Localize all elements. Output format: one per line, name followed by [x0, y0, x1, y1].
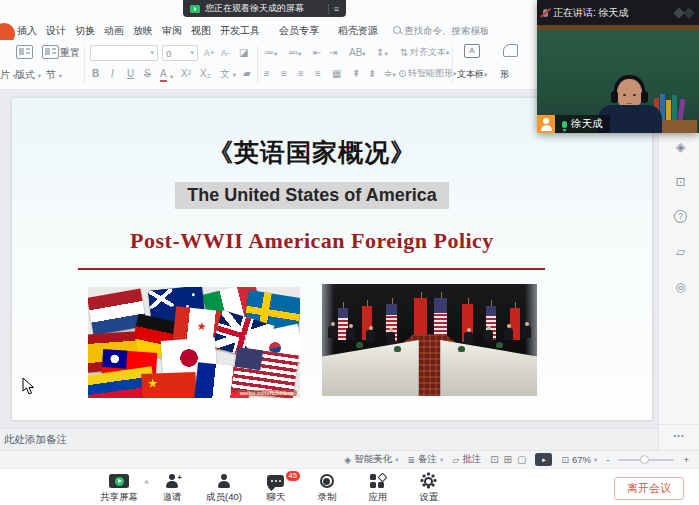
menu-review[interactable]: 审阅 — [162, 24, 182, 38]
menu-transition[interactable]: 切换 — [75, 24, 95, 38]
photo-person — [504, 328, 513, 340]
share-screen-button[interactable]: ˄ 共享屏幕 — [100, 473, 138, 504]
normal-view-button[interactable]: ⊡ — [490, 454, 498, 465]
zoom-slider[interactable] — [618, 459, 674, 461]
chat-button[interactable]: 45 聊天 — [259, 473, 293, 504]
slide[interactable]: 《英语国家概况》 The United States of America Po… — [12, 98, 652, 420]
members-button[interactable]: 成员(40) — [206, 473, 242, 504]
clear-format-icon[interactable]: ◪ — [239, 46, 248, 59]
edit-feedback-icon[interactable]: ▱ — [673, 245, 688, 260]
screen: 插入 设计 切换 动画 放映 审阅 视图 开发工具 会员专享 稻壳资源 重置 片… — [0, 0, 699, 505]
textbox-dropdown[interactable]: 文本框▾ — [457, 68, 487, 81]
zoom-level[interactable]: ⊡ 67% ▾ — [561, 454, 597, 465]
record-icon — [320, 474, 334, 488]
align-text-dropdown[interactable]: 对齐文本▾ — [410, 46, 449, 59]
comments-button[interactable]: ▱ 批注 — [452, 453, 481, 466]
distribute-button[interactable]: ▦ — [332, 67, 341, 80]
search-input[interactable] — [404, 25, 488, 36]
subscript-button[interactable]: X₂ — [200, 67, 211, 80]
justify-button[interactable]: ≡ — [315, 67, 321, 80]
reset-icon[interactable] — [42, 45, 59, 59]
notes-button[interactable]: ≣ 备注 ▾ — [407, 453, 443, 466]
layout-dropdown[interactable]: 版式 ▾ — [15, 68, 41, 82]
tips-icon[interactable]: ◎ — [673, 280, 688, 295]
record-button[interactable]: 录制 — [310, 473, 344, 504]
video-feed[interactable]: 徐天成 — [537, 25, 699, 133]
section-dropdown[interactable]: 节 ▾ — [46, 68, 62, 82]
bullet-list-button[interactable]: ≔▾ — [264, 46, 277, 60]
slide-divider-line — [78, 268, 545, 270]
textbox-icon[interactable]: A — [464, 44, 480, 58]
strikethrough-button[interactable]: S — [144, 67, 151, 80]
play-slideshow-button[interactable]: ▸ — [535, 453, 552, 466]
menu-membership[interactable]: 会员专享 — [279, 24, 319, 38]
increase-font-button[interactable]: A+ — [204, 47, 215, 60]
notes-bar[interactable]: 此处添加备注 — [0, 428, 658, 450]
font-family-select[interactable]: ▾ — [90, 45, 158, 61]
slide-sorter-button[interactable]: ⊞ — [504, 454, 512, 465]
reset-button[interactable]: 重置 — [60, 46, 80, 59]
smart-beautify-button[interactable]: ◈ 智能美化 ▾ — [344, 453, 398, 466]
paragraph-button[interactable]: ≑▾ — [384, 67, 396, 81]
italic-button[interactable]: I — [111, 67, 114, 80]
font-size-select[interactable]: 0▾ — [162, 45, 198, 61]
wps-right-panel: ◈ ⊡ ? ▱ ◎ ••• — [658, 90, 699, 450]
decrease-font-button[interactable]: A- — [221, 47, 230, 60]
menu-view[interactable]: 视图 — [191, 24, 211, 38]
font-color-button[interactable]: A — [160, 67, 167, 82]
menu-slideshow[interactable]: 放映 — [133, 24, 153, 38]
help-icon[interactable]: ? — [674, 210, 687, 223]
leave-meeting-button[interactable]: 离开会议 — [614, 477, 684, 500]
align-right-button[interactable]: ≡ — [298, 67, 304, 80]
menu-animation[interactable]: 动画 — [104, 24, 124, 38]
headphone-cup — [641, 91, 648, 103]
more-icon[interactable]: ••• — [659, 424, 699, 450]
slide-dropdown[interactable]: 片 ▾ — [0, 68, 16, 82]
slide-heading[interactable]: Post-WWII American Foreign Policy — [12, 228, 612, 254]
text-direction-button[interactable]: AB▾ — [349, 46, 366, 60]
move-up-button[interactable]: ⇞ — [352, 67, 360, 80]
reading-view-button[interactable]: ▢ — [517, 454, 526, 465]
screen-share-banner[interactable]: 您正在观看徐天成的屏幕 ≡ — [183, 0, 346, 17]
bold-button[interactable]: B — [92, 67, 99, 80]
share-screen-chevron[interactable]: ˄ — [144, 478, 149, 487]
font-color-dropdown[interactable]: ▾ — [170, 70, 173, 83]
line-spacing-button[interactable]: ⇕▾ — [376, 46, 388, 60]
menu-insert[interactable]: 插入 — [17, 24, 37, 38]
slide-subtitle[interactable]: The United States of America — [175, 182, 448, 209]
increase-indent-button[interactable]: ⇥ — [329, 46, 337, 59]
command-search[interactable] — [393, 23, 488, 38]
diplomatic-meeting-image[interactable] — [322, 284, 537, 396]
phonetic-guide-button[interactable]: 文 ▾ — [220, 67, 236, 81]
call-header[interactable]: 正在讲话: 徐天成 — [537, 0, 699, 25]
invite-button[interactable]: + 邀请 — [155, 473, 189, 504]
highlight-button[interactable]: ▰ — [243, 67, 251, 80]
menu-devtools[interactable]: 开发工具 — [220, 24, 260, 38]
flags-collage-image[interactable]: weibo.com/ftchinese — [88, 287, 300, 398]
align-left-button[interactable]: ≡ — [264, 67, 270, 80]
menu-docer[interactable]: 稻壳资源 — [338, 24, 378, 38]
video-call-window[interactable]: 正在讲话: 徐天成 — [537, 0, 699, 133]
numbered-list-button[interactable]: ≕▾ — [288, 46, 301, 60]
shape-icon[interactable] — [503, 44, 518, 57]
shape-dropdown[interactable]: 形 — [500, 68, 509, 81]
move-down-button[interactable]: ⇟ — [368, 67, 376, 80]
align-center-button[interactable]: ≡ — [281, 67, 287, 80]
menu-design[interactable]: 设计 — [46, 24, 66, 38]
beautify-icon[interactable]: ◈ — [673, 140, 688, 155]
layout-icon[interactable] — [16, 45, 33, 59]
slides-panel-icon[interactable]: ⊡ — [673, 175, 688, 190]
zoom-knob[interactable] — [640, 455, 649, 464]
decrease-indent-button[interactable]: ⇤ — [313, 46, 321, 59]
superscript-button[interactable]: X² — [181, 67, 191, 80]
banner-menu-icon[interactable]: ≡ — [334, 4, 339, 14]
speaking-label: 正在讲话: 徐天成 — [553, 6, 670, 20]
zoom-out-button[interactable]: - — [606, 454, 609, 465]
underline-button[interactable]: U — [127, 67, 134, 80]
apps-icon — [370, 474, 385, 489]
convert-smart-graphic-button[interactable]: 转智能图形▾ — [408, 67, 456, 80]
zoom-in-button[interactable]: + — [683, 454, 689, 465]
slide-title[interactable]: 《英语国家概况》 — [12, 136, 612, 169]
apps-button[interactable]: 应用 — [361, 473, 395, 504]
settings-button[interactable]: 设置 — [412, 473, 446, 504]
